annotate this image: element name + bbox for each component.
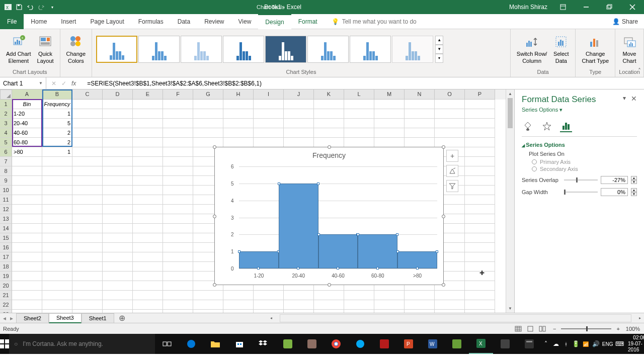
cell[interactable] xyxy=(133,176,163,186)
hscroll-right[interactable]: ▸ xyxy=(635,314,644,322)
cell[interactable] xyxy=(42,205,72,214)
tray-onedrive-icon[interactable]: ☁ xyxy=(551,334,560,354)
gallery-scroll-down[interactable]: ▼ xyxy=(435,45,443,54)
cell[interactable] xyxy=(133,100,163,109)
zoom-in-button[interactable]: + xyxy=(614,326,621,332)
tray-network-icon[interactable]: 📶 xyxy=(581,334,590,354)
cell[interactable] xyxy=(374,119,405,128)
cell[interactable] xyxy=(254,119,284,128)
row-header[interactable]: 2 xyxy=(0,109,12,119)
cell[interactable] xyxy=(435,109,465,119)
cell[interactable] xyxy=(103,262,133,272)
resize-handle[interactable] xyxy=(213,145,216,149)
row-header[interactable]: 15 xyxy=(0,233,12,243)
col-header-o[interactable]: O xyxy=(435,89,465,100)
cell[interactable] xyxy=(133,166,163,176)
edge-icon[interactable] xyxy=(179,334,203,354)
pane-close-button[interactable]: ✕ xyxy=(631,95,637,103)
cell[interactable] xyxy=(193,128,223,138)
resize-handle[interactable] xyxy=(213,283,216,287)
cell[interactable]: 1 xyxy=(42,147,72,157)
cell[interactable] xyxy=(42,272,72,281)
row-header[interactable]: 18 xyxy=(0,262,12,272)
cell[interactable] xyxy=(223,128,254,138)
cell[interactable] xyxy=(465,243,495,252)
chart-style-2[interactable] xyxy=(138,36,180,63)
scroll-down-button[interactable]: ▼ xyxy=(506,304,514,313)
app-icon-2[interactable] xyxy=(300,334,324,354)
cell[interactable] xyxy=(133,214,163,224)
formula-cancel-icon[interactable]: ✕ xyxy=(51,80,56,87)
cell[interactable] xyxy=(465,291,495,300)
cell[interactable] xyxy=(193,109,223,119)
col-header-k[interactable]: K xyxy=(314,89,344,100)
cell[interactable] xyxy=(133,157,163,166)
select-data-button[interactable]: Select Data xyxy=(551,33,571,65)
cell[interactable] xyxy=(72,100,103,109)
col-header-a[interactable]: A xyxy=(12,89,42,100)
dropbox-icon[interactable] xyxy=(252,334,276,354)
cell[interactable] xyxy=(193,119,223,128)
cell[interactable] xyxy=(72,138,103,147)
cell[interactable] xyxy=(163,166,193,176)
cell[interactable] xyxy=(465,195,495,205)
chart-style-3[interactable] xyxy=(181,36,222,63)
cell[interactable] xyxy=(465,262,495,272)
cell[interactable] xyxy=(12,243,42,252)
tab-page-layout[interactable]: Page Layout xyxy=(83,14,131,29)
cell[interactable] xyxy=(223,291,254,300)
cell[interactable] xyxy=(72,233,103,243)
select-all-button[interactable] xyxy=(0,89,12,100)
cell[interactable] xyxy=(223,119,254,128)
cell[interactable] xyxy=(133,109,163,119)
fx-icon[interactable]: fx xyxy=(71,80,79,87)
col-header-h[interactable]: H xyxy=(223,89,254,100)
col-header-c[interactable]: C xyxy=(72,89,103,100)
cell[interactable] xyxy=(465,310,495,313)
cell[interactable] xyxy=(103,243,133,252)
gap-width-input[interactable] xyxy=(601,188,628,196)
cell[interactable] xyxy=(103,310,133,313)
tab-data[interactable]: Data xyxy=(171,14,197,29)
cell[interactable] xyxy=(133,272,163,281)
chart-styles-button[interactable] xyxy=(446,165,458,177)
row-header[interactable]: 9 xyxy=(0,176,12,186)
overlap-spin-down[interactable]: ▼ xyxy=(631,180,637,184)
col-header-j[interactable]: J xyxy=(284,89,314,100)
chart-bar[interactable] xyxy=(239,251,279,268)
cell[interactable] xyxy=(435,291,465,300)
fill-line-tab-icon[interactable] xyxy=(522,120,534,132)
cell[interactable] xyxy=(12,300,42,310)
cell[interactable] xyxy=(42,186,72,195)
cell[interactable] xyxy=(344,291,374,300)
cell[interactable] xyxy=(12,291,42,300)
cell[interactable] xyxy=(465,138,495,147)
row-header[interactable]: 13 xyxy=(0,214,12,224)
cell[interactable] xyxy=(72,272,103,281)
cell[interactable] xyxy=(374,138,405,147)
cell[interactable] xyxy=(163,157,193,166)
cell[interactable] xyxy=(42,195,72,205)
cell[interactable] xyxy=(163,119,193,128)
cell[interactable] xyxy=(163,300,193,310)
col-header-i[interactable]: I xyxy=(254,89,284,100)
cell[interactable] xyxy=(133,138,163,147)
horizontal-scrollbar[interactable] xyxy=(280,314,631,322)
row-header[interactable]: 10 xyxy=(0,186,12,195)
cell[interactable] xyxy=(163,128,193,138)
chart-style-4[interactable] xyxy=(223,36,264,63)
cell[interactable] xyxy=(314,291,344,300)
cell[interactable] xyxy=(465,157,495,166)
chart-title[interactable]: Frequency xyxy=(215,147,443,161)
gallery-scroll-up[interactable]: ▲ xyxy=(435,36,443,45)
cell[interactable]: 20-40 xyxy=(12,119,42,128)
cell[interactable] xyxy=(163,281,193,291)
cell[interactable]: 1 xyxy=(42,109,72,119)
powerpoint-icon[interactable]: P xyxy=(396,334,421,354)
tab-design[interactable]: Design xyxy=(258,14,291,29)
cell[interactable] xyxy=(465,147,495,157)
chrome-icon[interactable] xyxy=(324,334,348,354)
cell[interactable] xyxy=(163,214,193,224)
cell[interactable] xyxy=(284,300,314,310)
scroll-up-button[interactable]: ▲ xyxy=(506,89,514,98)
